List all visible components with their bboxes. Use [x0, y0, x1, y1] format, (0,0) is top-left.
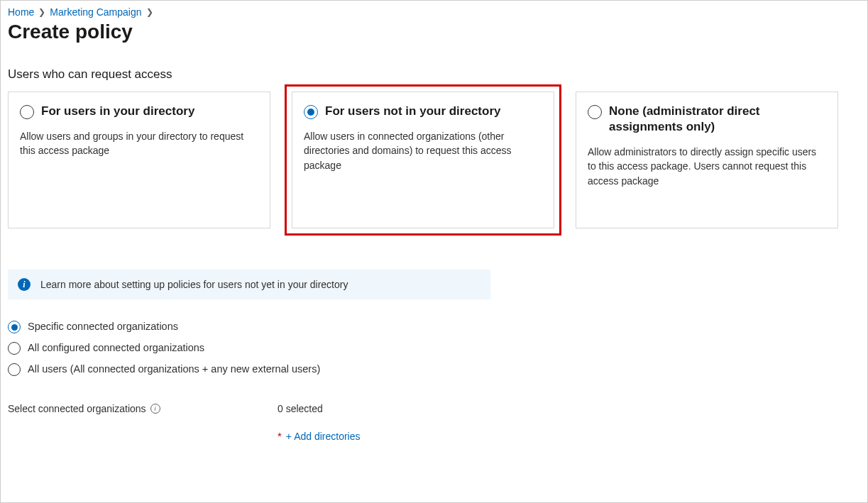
- card-in-directory-desc: Allow users and groups in your directory…: [20, 129, 258, 158]
- connected-org-scope: Specific connected organizations All con…: [8, 319, 860, 376]
- card-not-in-directory-title: For users not in your directory: [325, 104, 501, 119]
- chevron-right-icon: ❯: [38, 7, 45, 17]
- radio-specific-orgs[interactable]: Specific connected organizations: [8, 319, 860, 333]
- card-none-desc: Allow administrators to directly assign …: [588, 145, 826, 188]
- card-not-in-directory-desc: Allow users in connected organizations (…: [304, 129, 542, 172]
- section-label-requesters: Users who can request access: [8, 67, 860, 82]
- help-icon[interactable]: i: [150, 404, 160, 414]
- radio-specific-orgs-label: Specific connected organizations: [28, 321, 178, 332]
- breadcrumb: Home ❯ Marketing Campaign ❯: [8, 6, 860, 18]
- radio-all-users[interactable]: All users (All connected organizations +…: [8, 362, 860, 376]
- radio-not-in-directory[interactable]: [304, 105, 318, 119]
- radio-all-users-label: All users (All connected organizations +…: [28, 363, 320, 375]
- requester-cards: For users in your directory Allow users …: [8, 92, 860, 228]
- radio-all-configured-label: All configured connected organizations: [28, 342, 204, 353]
- chevron-right-icon: ❯: [146, 7, 153, 17]
- card-in-directory[interactable]: For users in your directory Allow users …: [8, 92, 270, 228]
- radio-all-configured[interactable]: All configured connected organizations: [8, 341, 860, 355]
- info-banner-text: Learn more about setting up policies for…: [40, 279, 348, 290]
- add-directories-link[interactable]: + Add directories: [286, 431, 361, 442]
- breadcrumb-campaign[interactable]: Marketing Campaign: [50, 6, 141, 18]
- page-title: Create policy: [8, 21, 860, 43]
- sco-selected-count: 0 selected: [278, 403, 361, 414]
- card-none-title: None (administrator direct assignments o…: [609, 104, 826, 135]
- card-not-in-directory[interactable]: For users not in your directory Allow us…: [292, 92, 554, 228]
- radio-in-directory[interactable]: [20, 105, 34, 119]
- breadcrumb-home[interactable]: Home: [8, 6, 34, 18]
- radio-none[interactable]: [588, 105, 602, 119]
- card-none[interactable]: None (administrator direct assignments o…: [576, 92, 838, 228]
- info-banner[interactable]: i Learn more about setting up policies f…: [8, 270, 490, 299]
- card-in-directory-title: For users in your directory: [41, 104, 194, 119]
- card-highlight: For users not in your directory Allow us…: [285, 84, 561, 236]
- required-indicator: *: [278, 430, 282, 442]
- info-icon: i: [18, 278, 31, 291]
- sco-label-text: Select connected organizations: [8, 403, 146, 414]
- select-connected-orgs: Select connected organizations i 0 selec…: [8, 403, 860, 442]
